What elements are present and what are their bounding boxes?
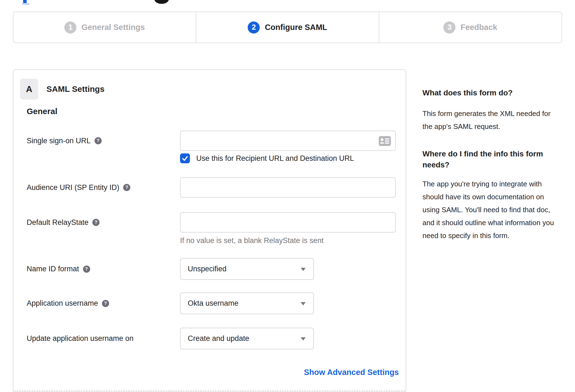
field-label: Name ID format ?	[27, 258, 180, 280]
application-username-select[interactable]: Okta username	[180, 292, 314, 314]
field-row-update-application-username: Update application username on Create an…	[27, 328, 396, 349]
step-number-badge: 3	[443, 21, 455, 34]
checkmark-icon	[182, 155, 188, 162]
chevron-down-icon	[301, 337, 306, 341]
relaystate-hint: If no value is set, a blank RelayState i…	[180, 236, 396, 245]
wizard-stepper: 1 General Settings 2 Configure SAML 3 Fe…	[13, 12, 562, 43]
field-row-default-relaystate: Default RelayState ? If no value is set,…	[27, 212, 396, 245]
clipped-header-blue-underline	[22, 3, 30, 5]
field-label-text: Name ID format	[27, 265, 79, 273]
field-row-single-sign-on-url: Single sign-on URL ?	[27, 131, 396, 163]
field-label-text: Application username	[27, 299, 98, 308]
step-configure-saml[interactable]: 2 Configure SAML	[196, 12, 378, 43]
step-label: Feedback	[460, 23, 497, 32]
field-label: Default RelayState ?	[27, 212, 180, 233]
step-label: Configure SAML	[265, 23, 327, 32]
field-row-application-username: Application username ? Okta username	[27, 292, 396, 314]
field-control: If no value is set, a blank RelayState i…	[180, 212, 396, 245]
single-sign-on-url-input[interactable]	[180, 131, 396, 151]
help-icon[interactable]: ?	[83, 266, 90, 273]
recipient-url-checkbox[interactable]	[180, 153, 190, 163]
update-application-username-select[interactable]: Create and update	[180, 328, 314, 349]
help-icon[interactable]: ?	[123, 184, 130, 191]
section-dashed-divider	[14, 391, 405, 391]
field-control: Create and update	[180, 328, 314, 349]
help-text-where: The app you're trying to integrate with …	[422, 178, 559, 242]
help-sidebar: What does this form do? This form genera…	[422, 87, 559, 242]
field-control	[180, 177, 396, 198]
default-relaystate-input[interactable]	[180, 212, 396, 233]
contact-card-icon[interactable]	[379, 136, 391, 147]
help-heading-where: Where do I find the info this form needs…	[422, 148, 559, 170]
help-icon[interactable]: ?	[95, 137, 102, 144]
field-label-text: Default RelayState	[27, 218, 89, 227]
field-control: Use this for Recipient URL and Destinati…	[180, 131, 396, 163]
field-row-name-id-format: Name ID format ? Unspecified	[27, 258, 396, 280]
field-label: Application username ?	[27, 292, 180, 314]
field-row-audience-uri: Audience URI (SP Entity ID) ?	[27, 177, 396, 198]
field-label-text: Audience URI (SP Entity ID)	[27, 183, 119, 192]
step-feedback[interactable]: 3 Feedback	[379, 12, 562, 43]
step-number-badge: 1	[64, 21, 76, 34]
clipped-header-icon	[154, 0, 169, 4]
field-control: Unspecified	[180, 258, 314, 280]
chevron-down-icon	[301, 268, 306, 271]
field-label: Update application username on	[27, 328, 180, 349]
select-value: Unspecified	[188, 265, 226, 273]
panel-title: SAML Settings	[46, 79, 104, 100]
saml-settings-panel: A SAML Settings General Single sign-on U…	[13, 69, 406, 392]
field-label-text: Update application username on	[27, 334, 134, 343]
show-advanced-settings-link[interactable]: Show Advanced Settings	[304, 368, 399, 377]
step-number-badge: 2	[248, 21, 260, 34]
section-a-badge: A	[20, 79, 38, 100]
advanced-settings-row: Show Advanced Settings	[27, 368, 399, 377]
clipped-header-blue-icon	[23, 0, 27, 3]
recipient-url-checkbox-row: Use this for Recipient URL and Destinati…	[180, 153, 396, 163]
select-value: Okta username	[188, 299, 239, 308]
help-heading-what: What does this form do?	[422, 87, 559, 98]
help-text-what: This form generates the XML needed for t…	[422, 107, 559, 133]
step-label: General Settings	[81, 23, 145, 32]
recipient-url-checkbox-label: Use this for Recipient URL and Destinati…	[196, 154, 354, 163]
field-label: Audience URI (SP Entity ID) ?	[27, 177, 180, 198]
help-icon[interactable]: ?	[92, 219, 99, 226]
general-section-heading: General	[27, 107, 57, 116]
chevron-down-icon	[301, 302, 306, 305]
help-icon[interactable]: ?	[102, 300, 109, 307]
field-label: Single sign-on URL ?	[27, 131, 180, 151]
select-value: Create and update	[188, 334, 249, 343]
field-label-text: Single sign-on URL	[27, 137, 91, 145]
name-id-format-select[interactable]: Unspecified	[180, 258, 314, 280]
field-control: Okta username	[180, 292, 314, 314]
audience-uri-input[interactable]	[180, 177, 396, 198]
step-general-settings[interactable]: 1 General Settings	[13, 12, 196, 43]
